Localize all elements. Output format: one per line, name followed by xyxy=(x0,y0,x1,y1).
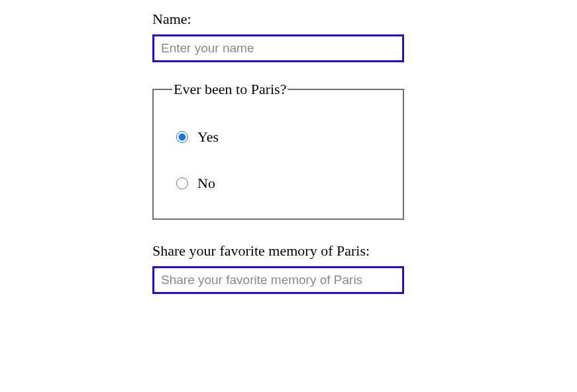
name-label: Name: xyxy=(152,11,577,28)
memory-label: Share your favorite memory of Paris: xyxy=(152,242,577,260)
name-field-group: Name: xyxy=(152,11,577,62)
visited-yes-label[interactable]: Yes xyxy=(197,128,219,146)
name-input[interactable] xyxy=(152,34,404,62)
radio-row-no: No xyxy=(172,175,384,192)
memory-field-group: Share your favorite memory of Paris: xyxy=(152,242,577,294)
memory-input[interactable] xyxy=(152,266,404,294)
visited-yes-radio[interactable] xyxy=(176,131,188,143)
visited-paris-fieldset: Ever been to Paris? Yes No xyxy=(152,81,404,220)
visited-no-radio[interactable] xyxy=(176,177,188,189)
radio-row-yes: Yes xyxy=(172,128,384,146)
visited-no-label[interactable]: No xyxy=(197,175,215,192)
visited-paris-legend: Ever been to Paris? xyxy=(172,81,288,98)
